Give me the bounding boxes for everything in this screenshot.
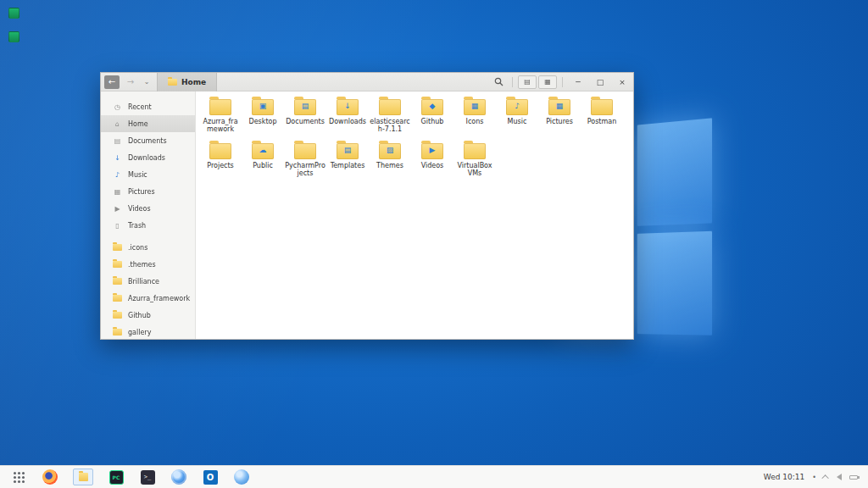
file-virtualbox-vms[interactable]: VirtualBox VMs xyxy=(453,141,496,185)
folder-overlay-glyph: ♪ xyxy=(506,103,528,110)
desktop-shortcut[interactable] xyxy=(8,31,19,42)
taskbar-web-browser[interactable] xyxy=(170,469,187,485)
folder-icon: ▶ xyxy=(421,143,443,159)
folder-icon: ♪ xyxy=(506,99,528,115)
file-themes[interactable]: ▨ Themes xyxy=(369,141,411,185)
battery-icon[interactable] xyxy=(849,475,858,480)
home-icon: ⌂ xyxy=(113,120,122,128)
forward-button[interactable]: → xyxy=(123,75,138,89)
close-button[interactable]: × xyxy=(611,73,633,92)
sidebar-item-recent[interactable]: ◷ Recent xyxy=(101,98,195,115)
file-downloads[interactable]: ↓ Downloads xyxy=(326,97,369,141)
file-name: Desktop xyxy=(249,118,277,125)
file-desktop[interactable]: ▣ Desktop xyxy=(242,97,284,141)
folder-overlay-glyph: ▤ xyxy=(294,103,316,110)
sidebar-item-azurra-framework[interactable]: Azurra_framework xyxy=(101,290,195,307)
sidebar-item-documents[interactable]: ▤ Documents xyxy=(101,132,195,149)
file-pictures[interactable]: ▦ Pictures xyxy=(538,97,581,141)
sidebar-item-trash[interactable]: ▯ Trash xyxy=(101,217,195,234)
file-name: Github xyxy=(421,118,444,125)
outlook-icon: O xyxy=(203,470,218,485)
sidebar-item-music[interactable]: ♪ Music xyxy=(101,166,195,183)
start-button[interactable] xyxy=(10,469,27,485)
view-grid-button[interactable]: ▦ xyxy=(538,75,557,89)
file-pycharmprojects[interactable]: PycharmProjects xyxy=(284,141,326,185)
pictures-icon: ▦ xyxy=(113,188,122,196)
folder-icon: ▨ xyxy=(379,143,401,159)
folder-overlay-glyph: ▦ xyxy=(464,103,486,110)
sidebar-item-home[interactable]: ⌂ Home xyxy=(101,115,195,132)
folder-overlay-glyph: ↓ xyxy=(337,103,359,110)
sidebar-item-gallery[interactable]: gallery xyxy=(101,324,195,339)
sidebar: ◷ Recent ⌂ Home ▤ Documents ↓ Downloads … xyxy=(101,92,196,339)
file-projects[interactable]: Projects xyxy=(199,141,242,185)
folder-overlay-glyph: ▤ xyxy=(337,147,359,154)
file-videos[interactable]: ▶ Videos xyxy=(411,141,453,185)
music-icon: ♪ xyxy=(113,171,122,179)
file-name: PycharmProjects xyxy=(285,162,326,177)
sidebar-item-label: Pictures xyxy=(128,188,155,196)
folder-icon xyxy=(464,143,486,159)
hidden-icons-chevron[interactable] xyxy=(821,474,828,481)
maximize-button[interactable]: □ xyxy=(589,73,611,92)
sidebar-item-brilliance[interactable]: Brilliance xyxy=(101,273,195,290)
folder-overlay-glyph: ▦ xyxy=(548,103,570,110)
folder-icon xyxy=(113,329,122,336)
file-music[interactable]: ♪ Music xyxy=(496,97,538,141)
sidebar-item-videos[interactable]: ▶ Videos xyxy=(101,200,195,217)
folder-icon xyxy=(113,312,122,319)
search-button[interactable] xyxy=(489,75,508,89)
clock[interactable]: Wed 10:11 xyxy=(764,473,804,481)
sidebar-item-label: Downloads xyxy=(128,154,165,162)
downloads-icon: ↓ xyxy=(113,154,122,162)
minimize-button[interactable]: ─ xyxy=(567,73,589,92)
file-github[interactable]: ◆ Github xyxy=(411,97,453,141)
file-templates[interactable]: ▤ Templates xyxy=(326,141,369,185)
titlebar[interactable]: ← → ⌄ Home ▤ ▦ ─ □ × xyxy=(101,73,633,92)
folder-icon xyxy=(379,99,401,115)
file-elasticsearch[interactable]: elasticsearch-7.1.1 xyxy=(369,97,411,141)
file-public[interactable]: ☁ Public xyxy=(242,141,284,185)
sidebar-item-label: gallery xyxy=(128,329,151,336)
taskbar-outlook[interactable]: O xyxy=(202,469,219,485)
sidebar-item-downloads[interactable]: ↓ Downloads xyxy=(101,149,195,166)
separator xyxy=(512,77,513,87)
volume-icon[interactable] xyxy=(837,474,842,480)
back-button[interactable]: ← xyxy=(104,75,120,89)
sidebar-item-themes-folder[interactable]: .themes xyxy=(101,256,195,273)
folder-icon xyxy=(113,295,122,302)
trash-icon: ▯ xyxy=(113,222,122,230)
file-icons[interactable]: ▦ Icons xyxy=(453,97,496,141)
file-documents[interactable]: ▤ Documents xyxy=(284,97,326,141)
taskbar-file-manager-active[interactable] xyxy=(73,469,93,485)
folder-icon: ◆ xyxy=(421,99,443,115)
file-azurra-framework[interactable]: Azurra_framework xyxy=(199,97,242,141)
sidebar-item-label: .themes xyxy=(128,261,156,269)
taskbar: PC >_ O Wed 10:11 • xyxy=(0,465,868,488)
windows-logo-pane xyxy=(637,230,712,336)
taskbar-terminal[interactable]: >_ xyxy=(139,469,156,485)
terminal-icon: >_ xyxy=(141,470,155,485)
documents-icon: ▤ xyxy=(113,137,122,145)
folder-overlay-glyph: ◆ xyxy=(421,103,443,110)
file-manager-window: ← → ⌄ Home ▤ ▦ ─ □ × ◷ Rec xyxy=(100,72,634,340)
taskbar-pycharm[interactable]: PC xyxy=(108,469,125,485)
taskbar-app-sphere[interactable] xyxy=(233,469,250,485)
view-list-button[interactable]: ▤ xyxy=(518,75,537,89)
sidebar-item-github[interactable]: Github xyxy=(101,307,195,324)
file-postman[interactable]: Postman xyxy=(581,97,623,141)
history-dropdown-button[interactable]: ⌄ xyxy=(142,75,152,89)
web-browser-icon xyxy=(171,469,186,485)
sidebar-item-label: Brilliance xyxy=(128,278,159,286)
files-grid: Azurra_framework ▣ Desktop ▤ Documents ↓… xyxy=(196,92,633,339)
folder-icon xyxy=(209,99,231,115)
file-name: Public xyxy=(253,162,273,169)
file-name: VirtualBox VMs xyxy=(454,162,495,177)
sidebar-item-icons-folder[interactable]: .icons xyxy=(101,239,195,256)
folder-icon: ☁ xyxy=(252,143,274,159)
desktop-shortcut[interactable] xyxy=(8,8,19,19)
sidebar-item-pictures[interactable]: ▦ Pictures xyxy=(101,183,195,200)
windows-logo-pane xyxy=(637,118,712,225)
tab-home[interactable]: Home xyxy=(157,73,217,92)
taskbar-firefox[interactable] xyxy=(42,469,58,485)
